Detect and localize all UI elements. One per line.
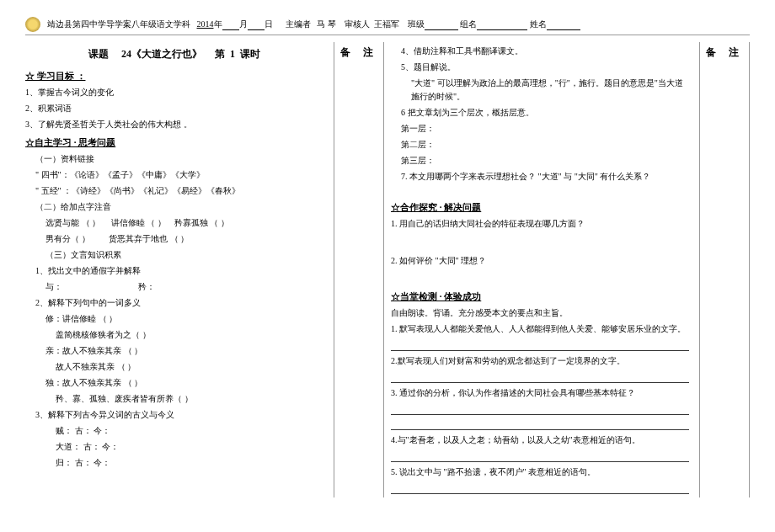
g1-row: 与： 矜：: [25, 280, 323, 294]
t3: 3. 通过你的分析，你认为作者描述的大同社会具有哪些基本特征？: [391, 386, 689, 400]
group-blank: [477, 20, 527, 30]
g2-xiu2: 盖简桃核修狭者为之（ ）: [25, 328, 323, 342]
topic: 24《大道之行也》: [121, 48, 202, 60]
phonetics-head: （二）给加点字注音: [25, 200, 323, 214]
editor-label: 主编者: [286, 19, 311, 29]
g2-xiu: 修：讲信修睦 （ ）: [25, 312, 323, 326]
g3-e2: 大道： 古： 今：: [25, 440, 323, 454]
phon-row-1: 选贤与能 （ ） 讲信修睦 （ ） 矜寡孤独 （ ）: [25, 216, 323, 230]
year: 2014: [197, 19, 214, 29]
reviewer-label: 审核人: [345, 19, 370, 29]
phon-1c: 矜寡孤独 （ ）: [174, 218, 229, 227]
content-columns: 课题 24《大道之行也》 第 1 课时 ☆ 学习目标 ： 1、掌握古今词义的变化…: [25, 42, 750, 497]
phon-1a: 选贤与能 （ ）: [45, 218, 100, 227]
t2: 2.默写表现人们对财富和劳动的观念都达到了一定境界的文字。: [391, 354, 689, 368]
lesson-title: 课题 24《大道之行也》 第 1 课时: [25, 47, 323, 61]
page-header: 靖边县第四中学导学案八年级语文学科 2014年月日 主编者 马 琴 审核人 王福…: [25, 17, 750, 35]
r6: 6 把文章划为三个层次，概括层意。: [391, 106, 689, 120]
goal-2: 2、积累词语: [25, 102, 323, 115]
resource-1: " 四书"：《论语》《孟子》《中庸》《大学》: [25, 168, 323, 182]
period-unit: 课时: [240, 48, 260, 60]
g3-e1: 贼： 古： 今：: [25, 424, 323, 438]
phon-row-2: 男有分（ ） 货恶其弃于地也 （ ）: [25, 232, 323, 246]
r4: 4、借助注释和工具书翻译课文。: [391, 45, 689, 58]
goal-heading: ☆ 学习目标 ：: [25, 70, 323, 82]
t4: 4.与"老吾老，以及人之老；幼吾幼，以及人之幼"表意相近的语句。: [391, 434, 689, 447]
month-label: 月: [239, 19, 248, 29]
r5-text: "大道" 可以理解为政治上的最高理想，"行"，施行。题目的意思是"当大道施行的时…: [391, 77, 689, 104]
coop-heading: ☆合作探究 · 解决问题: [391, 201, 689, 214]
month-blank: [222, 20, 239, 30]
day-label: 日: [265, 19, 273, 29]
period-num: 1: [230, 48, 235, 60]
r5: 5、题目解说。: [391, 61, 689, 74]
goal-1: 1、掌握古今词义的变化: [25, 86, 323, 99]
answer-line-2: [391, 371, 689, 383]
resource-head: （一）资料链接: [25, 152, 323, 166]
test-heading: ☆当堂检测 · 体验成功: [391, 290, 689, 303]
g2-du: 独：故人不独亲其亲 （ ）: [25, 376, 323, 390]
day-blank: [248, 20, 265, 30]
note-column-left: 备 注: [334, 42, 384, 497]
phon-1b: 讲信修睦 （ ）: [111, 218, 166, 227]
phon-2a: 男有分（ ）: [45, 234, 90, 243]
g3-e3: 归： 古： 今：: [25, 456, 323, 470]
answer-line-3a: [391, 403, 689, 415]
c2: 2. 如何评价 "大同" 理想？: [391, 254, 689, 268]
r6-l3: 第三层：: [391, 154, 689, 168]
right-column: 4、借助注释和工具书翻译课文。 5、题目解说。 "大道" 可以理解为政治上的最高…: [391, 42, 692, 497]
topic-label: 课题: [88, 48, 109, 60]
note-title-left: 备 注: [336, 44, 382, 60]
class-label: 班级: [408, 19, 425, 29]
phon-2b: 货恶其弃于地也 （ ）: [109, 234, 189, 243]
t5: 5. 说出文中与 "路不拾遗，夜不闭户" 表意相近的语句。: [391, 466, 689, 479]
answer-line-5: [391, 482, 689, 494]
test-intro: 自由朗读。背诵。充分感受本文的要点和主旨。: [391, 306, 689, 320]
school-name: 靖边县第四中学导学案八年级语文学科: [47, 19, 190, 29]
note-title-right: 备 注: [702, 44, 747, 60]
answer-line-1: [391, 339, 689, 351]
year-label: 年: [214, 19, 222, 29]
resource-2: " 五经" ：《诗经》《尚书》《礼记》《易经》《春秋》: [25, 184, 323, 198]
goal-3: 3、了解先贤圣哲关于人类社会的伟大构想 。: [25, 118, 323, 131]
g2-du2: 矜、寡、孤独、废疾者皆有所养（ ）: [25, 392, 323, 406]
selfstudy-heading: ☆自主学习 · 思考问题: [25, 136, 323, 149]
reviewer: 王福军: [374, 19, 399, 29]
t1: 1. 默写表现人人都能关爱他人、人人都能得到他人关爱、能够安居乐业的文字。: [391, 322, 689, 336]
answer-line-3b: [391, 418, 689, 430]
school-logo-icon: [25, 17, 40, 32]
answer-line-4: [391, 450, 689, 462]
class-blank: [425, 20, 458, 30]
note-column-right: 备 注: [699, 42, 750, 497]
grammar-head: （三）文言知识积累: [25, 248, 323, 262]
left-column: 课题 24《大道之行也》 第 1 课时 ☆ 学习目标 ： 1、掌握古今词义的变化…: [25, 42, 327, 497]
g2-qin: 亲：故人不独亲其亲 （ ）: [25, 344, 323, 358]
period-label: 第: [215, 48, 225, 60]
header-text: 靖边县第四中学导学案八年级语文学科 2014年月日 主编者 马 琴 审核人 王福…: [47, 19, 750, 30]
g1b: 矜：: [138, 282, 155, 291]
r7: 7. 本文用哪两个字来表示理想社会？ "大道" 与 "大同" 有什么关系？: [391, 170, 689, 184]
g3: 3、解释下列古今异义词的古义与今义: [25, 408, 323, 422]
group-label: 组名: [460, 19, 477, 29]
editor: 马 琴: [317, 19, 336, 29]
r6-l2: 第二层：: [391, 138, 689, 152]
g2: 2、解释下列句中的一词多义: [25, 296, 323, 310]
name-label: 姓名: [530, 19, 547, 29]
g1a: 与：: [45, 282, 62, 291]
c1: 1. 用自己的话归纳大同社会的特征表现在哪几方面？: [391, 217, 689, 231]
name-blank: [547, 20, 580, 30]
r6-l1: 第一层：: [391, 122, 689, 136]
g1: 1、找出文中的通假字并解释: [25, 264, 323, 278]
g2-qin2: 故人不独亲其亲 （ ）: [25, 360, 323, 374]
